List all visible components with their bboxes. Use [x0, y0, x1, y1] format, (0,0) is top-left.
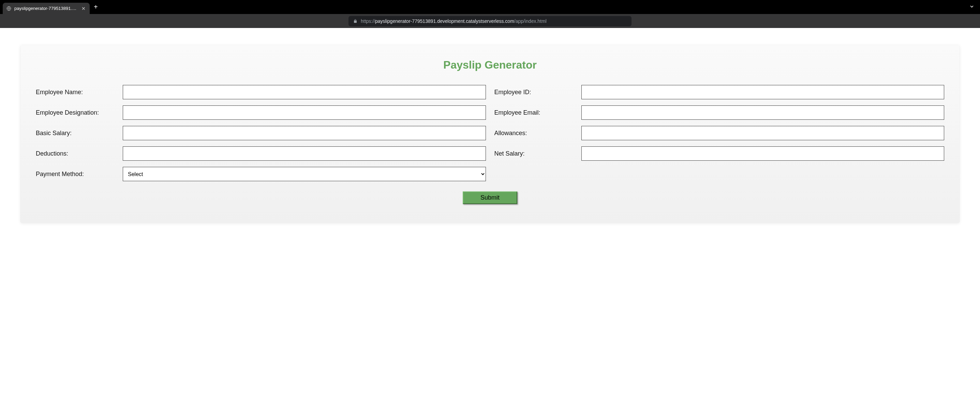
label-basic-salary: Basic Salary:	[36, 130, 114, 137]
page-title: Payslip Generator	[36, 59, 944, 71]
employee-email-input[interactable]	[581, 105, 945, 120]
employee-id-input[interactable]	[581, 85, 945, 99]
employee-designation-input[interactable]	[123, 105, 486, 120]
form-card: Payslip Generator Employee Name: Employe…	[21, 45, 959, 223]
form-grid: Employee Name: Employee ID: Employee Des…	[36, 85, 944, 181]
label-allowances: Allowances:	[495, 130, 573, 137]
url-host: payslipgenerator-779513891.development.c…	[375, 18, 514, 24]
address-bar[interactable]: https://payslipgenerator-779513891.devel…	[348, 16, 632, 26]
chevron-down-icon[interactable]	[969, 4, 975, 11]
page-viewport: Payslip Generator Employee Name: Employe…	[0, 28, 980, 240]
payment-method-select[interactable]: Select	[123, 167, 486, 181]
url-path: /app/index.html	[514, 18, 547, 24]
close-tab-icon[interactable]: ✕	[81, 6, 86, 11]
lock-icon	[353, 19, 357, 23]
employee-name-input[interactable]	[123, 85, 486, 99]
new-tab-button[interactable]: +	[90, 3, 102, 11]
globe-icon	[6, 6, 11, 11]
label-employee-designation: Employee Designation:	[36, 109, 114, 116]
browser-toolbar: https://payslipgenerator-779513891.devel…	[0, 14, 980, 28]
label-net-salary: Net Salary:	[495, 150, 573, 157]
submit-row: Submit	[36, 191, 944, 204]
submit-button[interactable]: Submit	[463, 191, 517, 204]
allowances-input[interactable]	[581, 126, 945, 140]
label-employee-email: Employee Email:	[495, 109, 573, 116]
label-employee-name: Employee Name:	[36, 89, 114, 96]
url-text: https://payslipgenerator-779513891.devel…	[361, 18, 547, 24]
basic-salary-input[interactable]	[123, 126, 486, 140]
label-deductions: Deductions:	[36, 150, 114, 157]
net-salary-input[interactable]	[581, 147, 945, 161]
browser-tab[interactable]: payslipgenerator-779513891.d… ✕	[3, 3, 90, 14]
label-payment-method: Payment Method:	[36, 170, 114, 178]
url-scheme: https://	[361, 18, 375, 24]
tab-title: payslipgenerator-779513891.d…	[14, 6, 78, 11]
deductions-input[interactable]	[123, 147, 486, 161]
label-employee-id: Employee ID:	[495, 89, 573, 96]
browser-tab-strip: payslipgenerator-779513891.d… ✕ +	[0, 0, 980, 14]
